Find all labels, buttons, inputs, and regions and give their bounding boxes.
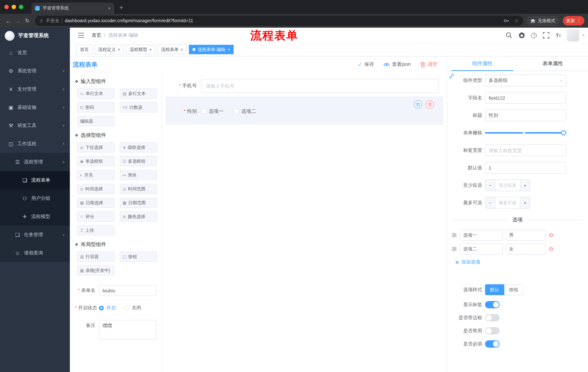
close-tab-icon[interactable]: × [108, 5, 111, 11]
palette-item-counter[interactable]: 123计数器 [120, 102, 157, 112]
sidebar-item-home[interactable]: ⌂ 首页 [0, 44, 70, 62]
max-select-value[interactable]: 最多可选 [495, 197, 520, 208]
palette-item-cascader[interactable]: ⋔级联选择 [120, 142, 157, 152]
sidebar-item-devtools[interactable]: ⚒ 研发工具 ∨ [0, 117, 70, 135]
link-icon[interactable] [449, 73, 454, 79]
copy-widget-button[interactable] [414, 100, 422, 108]
remark-textarea[interactable]: 嘿嘿 [99, 320, 157, 340]
close-icon[interactable]: × [228, 47, 230, 52]
required-switch[interactable] [485, 340, 500, 348]
back-icon[interactable]: ← [4, 18, 13, 24]
delete-widget-button[interactable] [426, 100, 434, 108]
grid-slider[interactable] [485, 127, 566, 139]
palette-item-select[interactable]: ◎下拉选择 [77, 142, 115, 152]
palette-item-radio-group[interactable]: ◉单选框组 [77, 156, 115, 166]
fullscreen-icon[interactable] [543, 32, 550, 39]
palette-item-password[interactable]: ⊡密码 [77, 102, 115, 112]
palette-item-checkbox-group[interactable]: ☑多选框组 [120, 156, 157, 166]
add-option-button[interactable]: ⊕ 添加选项 [455, 259, 584, 265]
option-label-input[interactable] [460, 244, 503, 255]
avatar[interactable] [567, 29, 579, 42]
sidebar-item-workflow[interactable]: ◫ 工作流程 ∧ [0, 135, 70, 153]
sidebar-item-system[interactable]: ⚙ 系统管理 ∨ [0, 62, 70, 80]
min-select-value[interactable]: 至少应选 [495, 180, 520, 191]
tag-process-form-edit[interactable]: 流程表单-编辑 × [189, 45, 234, 54]
palette-item-time-range[interactable]: ◶时间范围 [120, 184, 157, 194]
palette-item-button[interactable]: ▢按钮 [120, 252, 157, 262]
palette-item-date-range[interactable]: ▩日期范围 [120, 198, 157, 208]
save-button[interactable]: ✓ 保存 [358, 61, 374, 68]
tag-process-model[interactable]: 流程模型 × [126, 45, 155, 54]
decrease-button[interactable]: − [485, 197, 495, 208]
browser-tab[interactable]: 芋道管理系统 × [31, 2, 114, 14]
field-name-input[interactable] [485, 92, 566, 104]
minimize-window-button[interactable] [12, 5, 16, 9]
sidebar-item-leave-query[interactable]: ☺ 请假查询 [0, 244, 70, 262]
status-off-radio[interactable]: 关闭 [125, 305, 141, 311]
close-window-button[interactable] [4, 5, 9, 9]
help-icon[interactable]: ? [531, 32, 537, 38]
slider-handle[interactable] [561, 130, 566, 135]
bookmark-star-icon[interactable]: ☆ [514, 18, 519, 24]
breadcrumb-home[interactable]: 首页 [92, 32, 101, 38]
increase-button[interactable]: + [520, 180, 530, 191]
remove-option-icon[interactable]: ⊖ [549, 232, 554, 238]
new-tab-button[interactable]: + [119, 4, 123, 12]
sidebar-item-infrastructure[interactable]: ▣ 基础设施 ∨ [0, 98, 70, 117]
sidebar-item-user-group[interactable]: ⚇ 用户分组 [0, 189, 70, 207]
drag-handle-icon[interactable] [452, 233, 457, 238]
palette-item-table[interactable]: ▦表格[开发中] [77, 265, 115, 276]
search-icon[interactable] [506, 32, 513, 39]
option-label-input[interactable] [460, 230, 503, 241]
title-input[interactable] [485, 110, 566, 121]
clear-button[interactable]: 清空 [420, 61, 437, 68]
decrease-button[interactable]: − [485, 180, 495, 191]
palette-item-rate[interactable]: ☆评分 [77, 212, 115, 222]
github-icon[interactable] [519, 32, 525, 39]
url-text[interactable]: dashboard.yudao.iocoder.cn/bpm/manager/f… [65, 18, 501, 23]
palette-item-editor[interactable]: 编辑器 [77, 116, 115, 126]
close-icon[interactable]: × [181, 47, 183, 52]
palette-item-date-picker[interactable]: ▦日期选择 [77, 198, 115, 208]
tag-process-form[interactable]: 流程表单 × [158, 45, 187, 54]
selected-widget-gender[interactable]: 性别 选项一 选项二 [166, 96, 443, 125]
style-default-button[interactable]: 默认 [485, 284, 504, 295]
key-icon[interactable] [504, 18, 510, 24]
font-size-icon[interactable]: TT [556, 32, 561, 38]
default-value-input[interactable] [485, 162, 566, 174]
sidebar-item-process-model[interactable]: ✈ 流程模型 [0, 207, 70, 226]
tag-home[interactable]: 首页 [76, 45, 92, 54]
form-name-input[interactable] [99, 285, 157, 296]
component-type-select[interactable]: 多选框组 ∨ [485, 74, 566, 86]
gender-option-1-checkbox[interactable]: 选项一 [201, 108, 224, 115]
zoom-window-button[interactable] [19, 5, 23, 9]
palette-item-upload[interactable]: ↥上传 [77, 225, 115, 235]
style-button-button[interactable]: 按钮 [504, 284, 523, 295]
sidebar-item-task-management[interactable]: ❑ 任务管理 ∨ [0, 226, 70, 244]
sidebar-item-payment[interactable]: ¥ 支付管理 ∨ [0, 80, 70, 98]
avatar-caret-icon[interactable]: ▾ [583, 33, 584, 37]
status-on-radio[interactable]: 开启 [99, 305, 116, 311]
label-width-input[interactable] [485, 145, 566, 156]
border-switch[interactable] [485, 314, 500, 321]
tag-process-definition[interactable]: 流程定义 × [94, 45, 124, 54]
gender-option-2-checkbox[interactable]: 选项二 [234, 108, 256, 115]
palette-item-color-picker[interactable]: ⊚颜色选择 [120, 212, 157, 222]
option-value-input[interactable] [506, 230, 546, 241]
palette-item-row-container[interactable]: ▥行容器 [77, 252, 115, 262]
palette-item-slider[interactable]: ↦滑块 [120, 170, 157, 180]
tab-component-props[interactable]: 组件属性 [447, 56, 518, 71]
phone-input[interactable] [201, 79, 439, 93]
forward-icon[interactable]: → [13, 18, 22, 24]
address-bar[interactable]: ⚠ 不安全 dashboard.yudao.iocoder.cn/bpm/man… [35, 16, 523, 26]
collapse-sidebar-icon[interactable] [78, 32, 84, 38]
palette-item-switch[interactable]: ◐开关 [77, 170, 115, 180]
view-json-button[interactable]: 查看json [384, 61, 411, 68]
palette-item-multi-text[interactable]: ▤多行文本 [120, 88, 157, 99]
slider-track[interactable] [485, 132, 566, 134]
palette-item-single-text[interactable]: ▭单行文本 [77, 88, 115, 99]
security-label[interactable]: 不安全 [46, 18, 60, 24]
disabled-switch[interactable] [485, 327, 500, 335]
sidebar-item-process-management[interactable]: ☰ 流程管理 ∧ [0, 153, 70, 171]
browser-menu-icon[interactable]: ⋮ [577, 18, 581, 23]
